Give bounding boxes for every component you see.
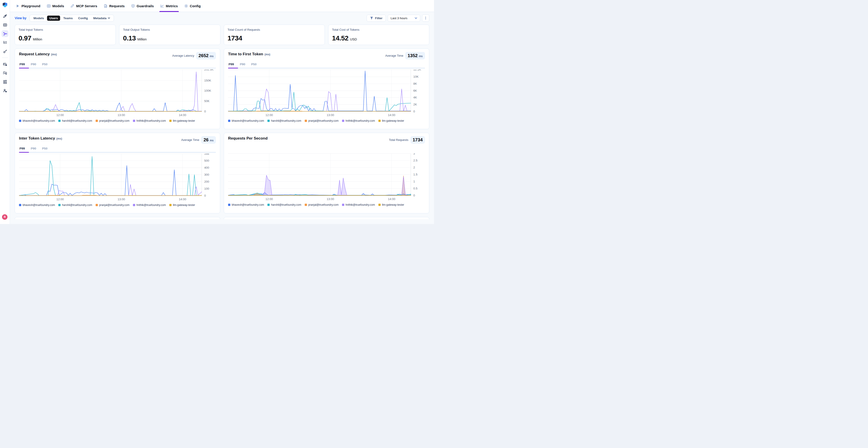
legend-swatch (342, 120, 344, 122)
tab-p99[interactable]: P99 (20, 147, 25, 152)
user-shield-icon[interactable] (2, 87, 8, 94)
chevron-down-icon (414, 17, 417, 20)
legend-swatch (133, 120, 135, 122)
legend-item[interactable]: bhavesh@truefoundry.com (19, 119, 55, 123)
tab-p99[interactable]: P99 (228, 63, 234, 68)
rocket-icon[interactable] (2, 13, 8, 20)
view-tab-teams[interactable]: Teams (61, 15, 75, 21)
legend-label: hrithik@truefoundry.com (136, 119, 166, 123)
legend-item[interactable]: pranjal@truefoundry.com (96, 203, 129, 207)
blocks-icon[interactable] (2, 78, 8, 85)
svg-text:12:00: 12:00 (266, 114, 273, 117)
filter-button[interactable]: Filter (367, 15, 386, 22)
stat-card-total-requests: Total Count of Requests 1734 (224, 25, 325, 45)
legend-swatch (96, 204, 98, 206)
nav-mcp-servers[interactable]: MCP Servers (67, 0, 100, 12)
svg-text:0: 0 (413, 194, 415, 197)
legend-label: harshil@truefoundry.com (62, 203, 92, 207)
legend-item[interactable]: hrithik@truefoundry.com (133, 119, 166, 123)
nav-config[interactable]: Config (181, 0, 204, 12)
legend-label: harshil@truefoundry.com (271, 119, 301, 123)
legend-item[interactable]: bhavesh@truefoundry.com (19, 203, 55, 207)
tab-p90[interactable]: P90 (240, 63, 245, 68)
legend-item[interactable]: bhavesh@truefoundry.com (228, 203, 264, 206)
stat-value: 0.13 (123, 34, 135, 42)
legend-item[interactable]: pranjal@truefoundry.com (305, 119, 339, 123)
chart-card-stub (15, 217, 220, 219)
svg-text:500: 500 (204, 159, 209, 162)
legend-item[interactable]: hrithik@truefoundry.com (342, 203, 375, 206)
chart-stat-label: Average Latency (172, 54, 194, 57)
chart-stat-label: Average Time (181, 138, 199, 142)
legend-item[interactable]: harshil@truefoundry.com (58, 203, 92, 207)
svg-text:2.5: 2.5 (413, 159, 417, 162)
filter-label: Filter (375, 16, 382, 20)
tree-icon[interactable] (2, 39, 8, 46)
svg-text:0.5: 0.5 (413, 187, 417, 190)
chart-title: Inter Token Latency (19, 136, 55, 141)
tab-p50[interactable]: P50 (251, 63, 256, 68)
tab-p90[interactable]: P90 (31, 147, 36, 152)
time-range-select[interactable]: Last 3 hours (388, 15, 420, 22)
view-tab-models[interactable]: Models (31, 15, 46, 21)
nav-models[interactable]: Models (43, 0, 67, 12)
view-by-segmented-control: Models Users Teams Config Metadata (30, 15, 114, 22)
legend-label: bhavesh@truefoundry.com (23, 119, 55, 123)
requests-per-second-chart[interactable]: 12:0013:0014:0032.521.510.50 (228, 153, 425, 201)
stat-label: Total Input Tokens (19, 28, 112, 31)
nav-requests[interactable]: Requests (100, 0, 128, 12)
legend-item[interactable]: harshil@truefoundry.com (268, 203, 301, 206)
deployment-cloud-icon[interactable] (2, 61, 8, 68)
legend-label: pranjal@truefoundry.com (308, 203, 339, 206)
key-icon[interactable] (2, 48, 8, 55)
legend-label: llm-gateway-tester (173, 203, 195, 207)
legend-swatch (305, 204, 307, 206)
svg-text:400: 400 (204, 166, 209, 169)
inter-token-latency-chart[interactable]: 12:0013:0014:005985004003002001000 (19, 153, 216, 201)
time-to-first-token-chart[interactable]: 12:0013:0014:0012.1K10K8K6K4K2K0 (228, 69, 425, 117)
tab-p90[interactable]: P90 (31, 63, 36, 68)
tab-underline-track (19, 152, 216, 153)
nav-guardrails[interactable]: Guardrails (128, 0, 157, 12)
legend-item[interactable]: llm-gateway-tester (169, 119, 195, 123)
legend-item[interactable]: harshil@truefoundry.com (268, 119, 301, 123)
gear-icon (184, 4, 188, 8)
legend-item[interactable]: harshil@truefoundry.com (58, 119, 92, 123)
table-icon[interactable] (2, 22, 8, 28)
tab-p50[interactable]: P50 (42, 147, 48, 152)
legend-swatch (268, 204, 270, 206)
legend-label: hrithik@truefoundry.com (136, 203, 166, 207)
gateway-hub-icon[interactable] (2, 30, 8, 37)
legend-item[interactable]: hrithik@truefoundry.com (133, 203, 166, 207)
legend-swatch (96, 120, 98, 122)
chart-stat-badge: 1734 (410, 136, 425, 144)
view-tab-metadata[interactable]: Metadata (91, 15, 112, 21)
percentile-tabs: P99 P90 P50 (228, 63, 425, 68)
stat-value: 1734 (228, 34, 242, 42)
top-navbar: Playground Models MCP Servers Requests G… (10, 0, 434, 12)
repo-graph-icon[interactable] (2, 70, 8, 76)
nav-metrics[interactable]: Metrics (157, 0, 181, 12)
legend-label: llm-gateway-tester (382, 119, 404, 123)
legend-item[interactable]: pranjal@truefoundry.com (96, 119, 129, 123)
view-tab-config[interactable]: Config (76, 15, 90, 21)
truefoundry-logo[interactable] (2, 2, 8, 8)
legend-item[interactable]: llm-gateway-tester (169, 203, 195, 207)
legend-item[interactable]: pranjal@truefoundry.com (305, 203, 339, 206)
tab-p99[interactable]: P99 (20, 63, 25, 68)
user-avatar[interactable]: R (2, 214, 7, 220)
legend-swatch (58, 120, 61, 122)
legend-label: hrithik@truefoundry.com (346, 203, 375, 206)
stat-label: Total Count of Requests (228, 28, 321, 31)
request-latency-chart[interactable]: 12:0013:0014:00202.9K150K100K50K0 (19, 69, 216, 117)
chart-title-unit: (ms) (56, 137, 62, 140)
legend-item[interactable]: bhavesh@truefoundry.com (228, 119, 264, 123)
legend-item[interactable]: hrithik@truefoundry.com (342, 119, 375, 123)
view-tab-users[interactable]: Users (47, 15, 60, 21)
nav-playground[interactable]: Playground (13, 0, 43, 12)
svg-text:100K: 100K (204, 90, 211, 92)
more-options-button[interactable] (422, 14, 429, 22)
legend-item[interactable]: llm-gateway-tester (378, 119, 404, 123)
legend-item[interactable]: llm-gateway-tester (378, 203, 404, 206)
tab-p50[interactable]: P50 (42, 63, 48, 68)
